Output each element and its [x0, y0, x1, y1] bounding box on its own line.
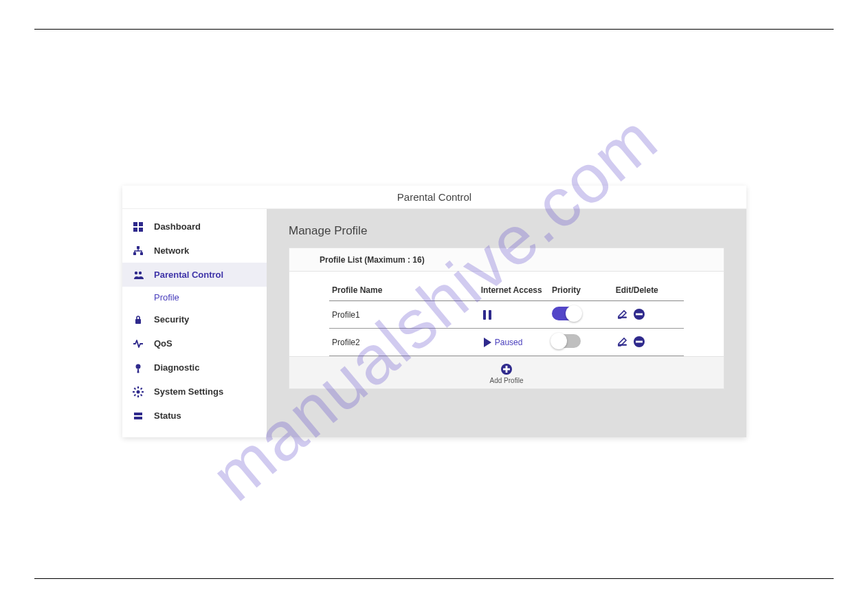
card-header[interactable]: Profile List (Maximum : 16) — [289, 248, 724, 272]
actions-cell — [613, 301, 684, 329]
table-row: Profile2Paused — [329, 329, 684, 356]
add-profile-label: Add Profile — [289, 377, 724, 384]
sidebar-item-label: Parental Control — [154, 270, 223, 280]
edit-button[interactable] — [616, 335, 630, 349]
internet-access-cell: Paused — [478, 329, 549, 356]
sidebar-item-label: Profile — [154, 292, 179, 303]
col-header-priority: Priority — [549, 281, 613, 301]
profile-list-label: Profile List (Maximum : 16) — [320, 255, 425, 265]
sidebar: DashboardNetworkParental ControlProfileS… — [122, 209, 267, 437]
sidebar-item-label: QoS — [154, 338, 173, 349]
priority-toggle[interactable] — [552, 334, 581, 348]
sidebar-item-system-settings[interactable]: System Settings — [122, 380, 267, 404]
page-border-top — [34, 29, 834, 30]
section-title: Manage Profile — [289, 224, 724, 238]
status-icon — [132, 410, 144, 422]
col-header-actions: Edit/Delete — [613, 281, 684, 301]
priority-toggle[interactable] — [552, 307, 581, 320]
sidebar-item-security[interactable]: Security — [122, 307, 267, 331]
sidebar-item-label: Dashboard — [154, 221, 201, 232]
diagnostic-icon — [132, 362, 144, 374]
actions-cell — [613, 329, 684, 356]
sidebar-item-profile[interactable]: Profile — [122, 287, 267, 307]
profile-name-cell: Profile1 — [329, 301, 478, 329]
settings-icon — [132, 386, 144, 398]
parental-icon — [132, 269, 144, 281]
col-header-name: Profile Name — [329, 281, 478, 301]
delete-button[interactable] — [632, 307, 646, 321]
play-icon[interactable] — [481, 336, 493, 349]
page-border-bottom — [34, 578, 834, 579]
priority-cell — [549, 301, 613, 329]
sidebar-item-label: Security — [154, 314, 189, 325]
profile-table: Profile Name Internet Access Priority Ed… — [329, 281, 684, 356]
app-window: Parental Control DashboardNetworkParenta… — [122, 186, 746, 437]
sidebar-item-label: System Settings — [154, 386, 223, 397]
security-icon — [132, 314, 144, 326]
edit-button[interactable] — [616, 307, 630, 321]
sidebar-item-diagnostic[interactable]: Diagnostic — [122, 355, 267, 380]
paused-label: Paused — [495, 338, 523, 347]
sidebar-item-status[interactable]: Status — [122, 404, 267, 428]
qos-icon — [132, 338, 144, 350]
network-icon — [132, 245, 144, 257]
profile-name-cell: Profile2 — [329, 329, 478, 356]
delete-button[interactable] — [632, 335, 646, 349]
content-area: Manage Profile Profile List (Maximum : 1… — [267, 209, 746, 437]
pause-icon[interactable] — [481, 309, 493, 321]
sidebar-item-parental-control[interactable]: Parental Control — [122, 263, 267, 287]
sidebar-item-label: Status — [154, 410, 181, 421]
sidebar-item-qos[interactable]: QoS — [122, 331, 267, 355]
dashboard-icon — [132, 221, 144, 233]
sidebar-item-network[interactable]: Network — [122, 239, 267, 263]
plus-circle-icon — [500, 363, 513, 375]
table-row: Profile1 — [329, 301, 684, 329]
add-profile-button[interactable]: Add Profile — [289, 356, 724, 388]
internet-access-cell — [478, 301, 549, 329]
sidebar-item-label: Diagnostic — [154, 362, 199, 373]
priority-cell — [549, 329, 613, 356]
col-header-access: Internet Access — [478, 281, 549, 301]
page-title: Parental Control — [122, 186, 746, 209]
sidebar-item-label: Network — [154, 245, 189, 256]
profile-list-card: Profile List (Maximum : 16) Profile Name… — [289, 248, 724, 389]
sidebar-item-dashboard[interactable]: Dashboard — [122, 215, 267, 239]
